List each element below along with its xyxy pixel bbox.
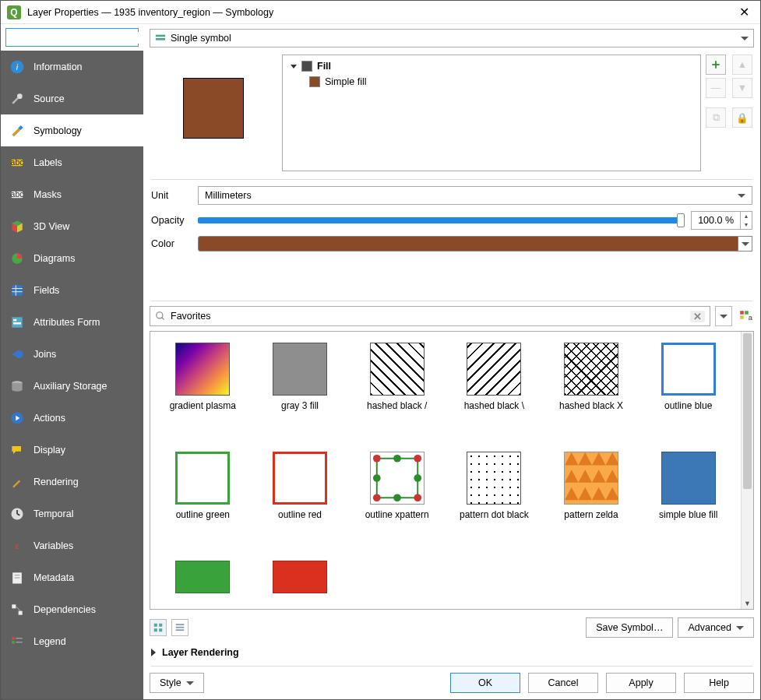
sidebar-item-diagrams[interactable]: Diagrams [1, 242, 143, 274]
style-item-gradient-plasma[interactable]: gradient plasma [158, 343, 248, 444]
style-label: gray 3 fill [281, 400, 319, 411]
remove-symbol-layer-button[interactable]: — [706, 78, 726, 98]
style-manager-button[interactable]: a [737, 306, 754, 326]
style-search[interactable]: ✕ [150, 306, 710, 326]
move-layer-down-button[interactable]: ▼ [732, 78, 752, 98]
apply-button[interactable]: Apply [606, 673, 676, 693]
style-item-outline-blue[interactable]: outline blue [643, 343, 733, 444]
sidebar-item-temporal[interactable]: Temporal [1, 498, 143, 529]
style-item-hashed-black-back[interactable]: hashed black \ [449, 343, 539, 444]
style-item-simple-green-fill[interactable] [158, 561, 248, 600]
sidebar-item-auxiliary-storage[interactable]: Auxiliary Storage [1, 370, 143, 402]
scrollbar-thumb[interactable] [743, 333, 752, 489]
style-menu-button[interactable]: Style [150, 673, 204, 693]
svg-rect-16 [13, 318, 16, 321]
style-label: outline blue [664, 400, 712, 411]
fill-swatch-icon [301, 61, 312, 72]
scroll-down-icon[interactable]: ▼ [742, 598, 753, 609]
window-close-button[interactable]: ✕ [735, 5, 754, 19]
sidebar-item-variables[interactable]: ε Variables [1, 529, 143, 561]
duplicate-symbol-layer-button[interactable]: ⧉ [706, 107, 726, 128]
style-label: outline green [176, 509, 230, 520]
svg-rect-58 [159, 628, 162, 631]
svg-rect-29 [19, 610, 23, 614]
tree-label: Fill [317, 61, 331, 72]
unit-combo[interactable]: Millimeters [198, 186, 752, 205]
slider-thumb[interactable] [677, 213, 685, 227]
sidebar-item-legend[interactable]: Legend [1, 625, 143, 657]
sidebar-item-attributes-form[interactable]: Attributes Form [1, 306, 143, 338]
style-item-pattern-zelda[interactable]: pattern zelda [547, 452, 636, 553]
swatch-icon [370, 343, 425, 396]
symbol-layer-tree[interactable]: Fill Simple fill [282, 55, 701, 171]
add-symbol-layer-button[interactable] [706, 55, 726, 75]
svg-rect-45 [376, 459, 417, 498]
color-picker[interactable] [198, 236, 738, 252]
swatch-icon [661, 452, 716, 505]
lock-symbol-layer-button[interactable]: 🔒 [732, 107, 752, 128]
tree-row-fill[interactable]: Fill [287, 58, 696, 74]
sidebar-item-3dview[interactable]: 3D View [1, 210, 143, 242]
gallery-scrollbar[interactable]: ▲ ▼ [741, 332, 753, 609]
sidebar-search-input[interactable] [16, 32, 146, 44]
svg-text:abc: abc [11, 157, 24, 166]
save-symbol-button[interactable]: Save Symbol… [586, 617, 673, 638]
style-item-outline-green[interactable]: outline green [158, 452, 248, 553]
sidebar-item-masks[interactable]: abc Masks [1, 178, 143, 210]
icon-view-toggle[interactable] [150, 619, 167, 636]
help-button[interactable]: Help [684, 673, 754, 693]
style-item-hashed-black-x[interactable]: hashed black X [547, 343, 636, 444]
sidebar-item-source[interactable]: Source [1, 83, 143, 114]
svg-point-50 [414, 474, 421, 482]
style-item-simple-red-fill[interactable] [255, 561, 345, 600]
single-symbol-icon [155, 33, 166, 44]
sidebar-item-actions[interactable]: Actions [1, 402, 143, 434]
spin-down[interactable]: ▼ [741, 220, 752, 229]
tree-collapse-icon[interactable] [291, 65, 297, 69]
sidebar-item-metadata[interactable]: Metadata [1, 561, 143, 593]
spin-up[interactable]: ▲ [741, 212, 752, 220]
renderer-type-combo[interactable]: Single symbol [150, 29, 754, 47]
advanced-button[interactable]: Advanced [678, 617, 754, 638]
sidebar-item-fields[interactable]: Fields [1, 274, 143, 306]
sidebar-search[interactable] [5, 28, 139, 47]
style-filter-dropdown[interactable] [715, 306, 732, 326]
swatch-icon [467, 452, 521, 505]
list-view-toggle[interactable] [171, 619, 188, 636]
svg-rect-55 [154, 624, 157, 627]
swatch-icon [661, 343, 716, 396]
opacity-spinbox[interactable]: 100.0 % ▲▼ [691, 211, 752, 230]
style-item-pattern-dot-black[interactable]: pattern dot black [449, 452, 539, 553]
style-label: hashed black \ [464, 400, 524, 411]
unit-value: Millimeters [205, 190, 252, 201]
qgis-logo-icon: Q [7, 5, 21, 19]
sidebar-item-labels[interactable]: abc Labels [1, 146, 143, 178]
svg-rect-59 [176, 624, 185, 625]
style-item-outline-red[interactable]: outline red [255, 452, 345, 553]
clear-search-button[interactable]: ✕ [690, 311, 705, 322]
opacity-slider[interactable] [198, 217, 685, 223]
cancel-button[interactable]: Cancel [528, 673, 598, 693]
sidebar-item-display[interactable]: Display [1, 434, 143, 466]
svg-text:ε: ε [16, 542, 19, 551]
svg-text:a: a [749, 314, 752, 322]
style-item-hashed-black-fwd[interactable]: hashed black / [352, 343, 442, 444]
style-item-gray-3-fill[interactable]: gray 3 fill [255, 343, 345, 444]
layer-rendering-section[interactable]: Layer Rendering [143, 641, 760, 664]
style-item-simple-blue-fill[interactable]: simple blue fill [643, 452, 733, 553]
svg-rect-11 [12, 285, 22, 295]
ok-button[interactable]: OK [450, 673, 520, 693]
sidebar-item-label: Fields [33, 285, 59, 296]
swatch-icon [175, 561, 230, 593]
sidebar-item-information[interactable]: i Information [1, 51, 143, 83]
sidebar-item-rendering[interactable]: Rendering [1, 466, 143, 498]
tree-row-simple-fill[interactable]: Simple fill [287, 74, 696, 90]
color-dropdown[interactable] [738, 236, 752, 252]
sidebar-item-symbology[interactable]: Symbology [1, 114, 143, 146]
window-title: Layer Properties — 1935 inventory_region… [27, 7, 735, 18]
sidebar-item-joins[interactable]: Joins [1, 338, 143, 370]
style-item-outline-xpattern[interactable]: outline xpattern [352, 452, 442, 553]
style-search-input[interactable] [171, 311, 685, 322]
move-layer-up-button[interactable]: ▲ [732, 55, 752, 75]
sidebar-item-dependencies[interactable]: Dependencies [1, 593, 143, 625]
